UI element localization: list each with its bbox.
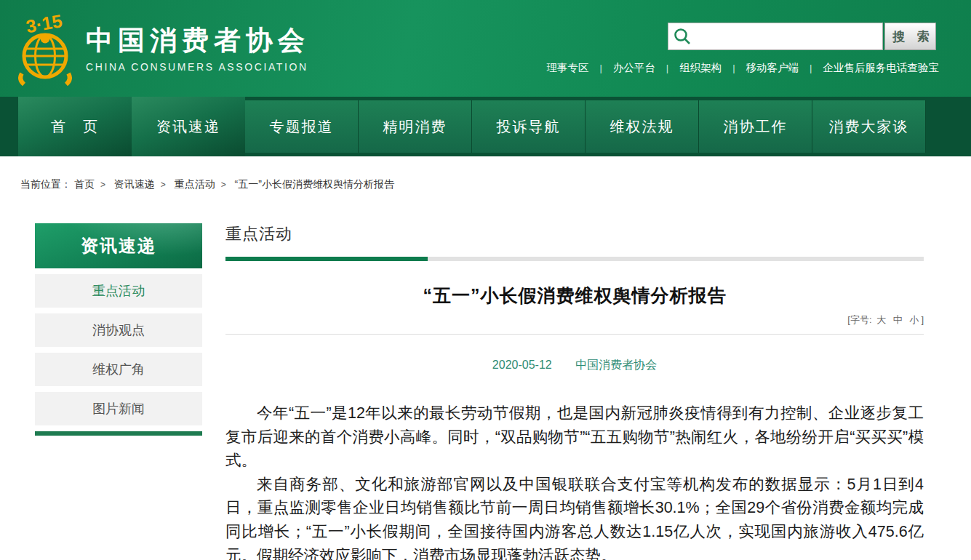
sidebar-title: 资讯速递 bbox=[35, 223, 202, 268]
article-body: 今年“五一”是12年以来的最长劳动节假期，也是国内新冠肺炎疫情得到有力控制、企业… bbox=[225, 401, 924, 560]
site-title-cn: 中国消费者协会 bbox=[86, 26, 310, 56]
breadcrumb: 当前位置： 首页> 资讯速递> 重点活动> “五一”小长假消费维权舆情分析报告 bbox=[20, 178, 971, 191]
nav-item-news-express[interactable]: 资讯速递 bbox=[132, 97, 245, 156]
article-source: 中国消费者协会 bbox=[575, 359, 657, 371]
breadcrumb-separator: > bbox=[100, 180, 105, 190]
article-panel: 重点活动 “五一”小长假消费维权舆情分析报告 [字号: 大 中 小] 2020-… bbox=[225, 223, 924, 560]
sidebar-news-express: 资讯速递 重点活动 消协观点 维权广角 图片新闻 bbox=[35, 223, 202, 560]
article-date: 2020-05-12 bbox=[492, 359, 552, 371]
sidebar-item-photo-news[interactable]: 图片新闻 bbox=[35, 392, 202, 425]
search-input[interactable] bbox=[668, 23, 883, 50]
title-divider bbox=[225, 334, 924, 335]
article-paragraph: 今年“五一”是12年以来的最长劳动节假期，也是国内新冠肺炎疫情得到有力控制、企业… bbox=[225, 401, 924, 473]
font-size-small-button[interactable]: 小 bbox=[909, 314, 919, 325]
quick-link-office[interactable]: 办公平台 bbox=[613, 62, 655, 73]
site-brand: 中国消费者协会 CHINA CONSUMERS ASSOCIATION bbox=[86, 26, 310, 73]
nav-item-special-report[interactable]: 专题报道 bbox=[245, 100, 359, 153]
cca-315-logo-icon[interactable]: 3·15 bbox=[12, 9, 79, 87]
section-underline bbox=[225, 257, 924, 261]
section-title: 重点活动 bbox=[225, 223, 924, 245]
main-nav: 首 页 资讯速递 专题报道 精明消费 投诉导航 维权法规 消协工作 消费大家谈 bbox=[0, 97, 971, 156]
article-title: “五一”小长假消费维权舆情分析报告 bbox=[225, 284, 924, 308]
content-area: 资讯速递 重点活动 消协观点 维权广角 图片新闻 重点活动 “五一”小长假消费维… bbox=[0, 223, 971, 560]
site-header: 3·15 中国消费者协会 CHINA CONSUMERS ASSOCIATION… bbox=[0, 0, 971, 97]
divider: | bbox=[810, 63, 812, 73]
font-size-controls: [字号: 大 中 小] bbox=[225, 313, 924, 327]
breadcrumb-key-activities[interactable]: 重点活动 bbox=[175, 178, 215, 190]
font-size-medium-button[interactable]: 中 bbox=[893, 314, 903, 325]
breadcrumb-prefix: 当前位置： bbox=[20, 178, 71, 190]
article-paragraph: 来自商务部、文化和旅游部官网以及中国银联联合支付宝等机构发布的数据显示：5月1日… bbox=[225, 473, 924, 560]
breadcrumb-separator: > bbox=[221, 180, 226, 190]
breadcrumb-separator: > bbox=[161, 180, 166, 190]
sidebar-item-key-activities[interactable]: 重点活动 bbox=[35, 274, 202, 308]
nav-item-smart-consumption[interactable]: 精明消费 bbox=[359, 100, 472, 153]
font-size-prefix: [字号: bbox=[847, 314, 871, 325]
quick-link-structure[interactable]: 组织架构 bbox=[679, 62, 722, 73]
quick-link-aftersale-check[interactable]: 企业售后服务电话查验宝 bbox=[823, 62, 940, 73]
search-button[interactable]: 搜 索 bbox=[884, 23, 936, 50]
sidebar-bottom-bar bbox=[35, 431, 202, 436]
font-size-suffix: ] bbox=[921, 314, 924, 325]
nav-item-association-work[interactable]: 消协工作 bbox=[699, 100, 812, 153]
site-title-en: CHINA CONSUMERS ASSOCIATION bbox=[86, 61, 310, 73]
search-icon bbox=[673, 27, 692, 49]
divider: | bbox=[599, 63, 602, 73]
nav-item-rights-laws[interactable]: 维权法规 bbox=[586, 100, 699, 153]
breadcrumb-home[interactable]: 首页 bbox=[74, 178, 95, 190]
search-bar: 搜 索 bbox=[668, 23, 936, 50]
article-meta: 2020-05-12 中国消费者协会 bbox=[225, 358, 924, 373]
sidebar-item-rights-wide-angle[interactable]: 维权广角 bbox=[35, 353, 202, 386]
header-quick-links: 理事专区|办公平台|组织架构|移动客户端|企业售后服务电话查验宝 bbox=[546, 61, 939, 75]
nav-item-complaint-guide[interactable]: 投诉导航 bbox=[472, 100, 586, 153]
quick-link-mobile-client[interactable]: 移动客户端 bbox=[746, 62, 799, 73]
divider: | bbox=[732, 63, 735, 73]
font-size-large-button[interactable]: 大 bbox=[876, 314, 886, 325]
divider: | bbox=[666, 63, 668, 73]
nav-item-home[interactable]: 首 页 bbox=[18, 97, 132, 156]
breadcrumb-current-article: “五一”小长假消费维权舆情分析报告 bbox=[235, 178, 394, 190]
sidebar-item-association-views[interactable]: 消协观点 bbox=[35, 313, 202, 347]
quick-link-directors[interactable]: 理事专区 bbox=[546, 62, 588, 73]
breadcrumb-news-express[interactable]: 资讯速递 bbox=[114, 178, 155, 190]
nav-item-consumer-talk[interactable]: 消费大家谈 bbox=[812, 100, 926, 153]
logo-badge-text: 3·15 bbox=[24, 10, 63, 36]
